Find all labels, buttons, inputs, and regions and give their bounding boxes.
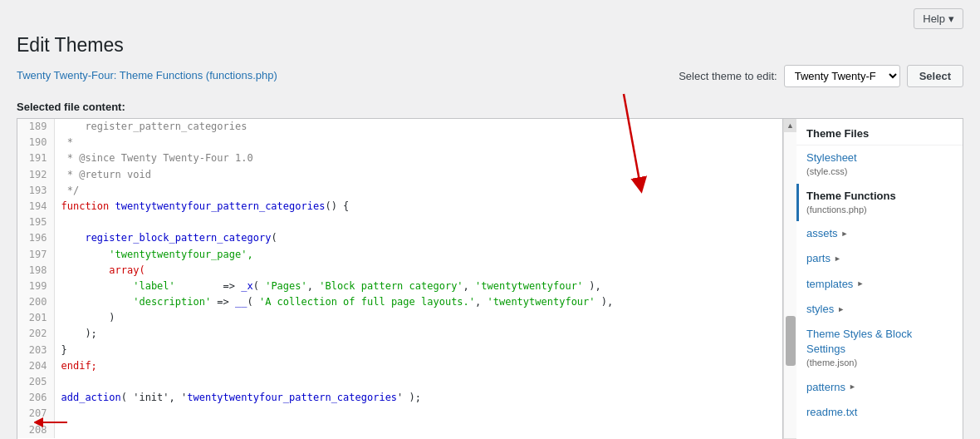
- table-row: 203}: [17, 343, 782, 358]
- folder-label: templates: [806, 277, 853, 292]
- line-code: add_action( 'init', 'twentytwentyfour_pa…: [54, 390, 782, 406]
- line-number: 196: [17, 230, 54, 246]
- theme-selector-bar: Select theme to edit: Twenty Twenty-F Se…: [679, 65, 963, 87]
- scrollbar[interactable]: ▲ ▼: [783, 119, 796, 439]
- help-chevron-icon: ▾: [948, 12, 954, 25]
- chevron-right-icon: ►: [834, 254, 841, 264]
- code-scroll-area[interactable]: 189 register_pattern_categories190 * 191…: [17, 119, 782, 439]
- scroll-up-arrow[interactable]: ▲: [784, 119, 796, 132]
- line-number: 205: [17, 374, 54, 390]
- line-number: 195: [17, 215, 54, 230]
- line-number: 189: [17, 119, 54, 135]
- line-number: 199: [17, 279, 54, 294]
- line-code: */: [54, 183, 782, 199]
- table-row: 194function twentytwentyfour_pattern_cat…: [17, 199, 782, 215]
- file-sub: (theme.json): [806, 357, 953, 369]
- folder-label: parts: [806, 251, 831, 266]
- table-row: 206add_action( 'init', 'twentytwentyfour…: [17, 390, 782, 406]
- table-row: 208: [17, 422, 782, 438]
- chevron-right-icon: ►: [849, 382, 856, 392]
- file-label: Theme Functions: [806, 189, 953, 204]
- scroll-thumb-area: [784, 132, 796, 438]
- table-row: 193 */: [17, 183, 782, 199]
- table-row: 202 );: [17, 326, 782, 342]
- line-code: ): [54, 310, 782, 326]
- chevron-right-icon: ►: [856, 279, 864, 289]
- content-label: Selected file content:: [17, 101, 963, 113]
- line-code: register_block_pattern_category(: [54, 230, 782, 246]
- theme-selector-label: Select theme to edit:: [679, 70, 777, 82]
- table-row: 195: [17, 215, 782, 230]
- breadcrumb-link[interactable]: Twenty Twenty-Four: Theme Functions (fun…: [17, 69, 277, 81]
- file-item-parts[interactable]: parts ►: [796, 246, 963, 271]
- chevron-right-icon: ►: [841, 229, 849, 239]
- file-label: readme.txt: [806, 405, 953, 420]
- line-number: 197: [17, 247, 54, 263]
- file-label: Stylesheet: [806, 150, 953, 165]
- table-row: 201 ): [17, 310, 782, 326]
- table-row: 189 register_pattern_categories: [17, 119, 782, 135]
- line-code: register_pattern_categories: [54, 119, 782, 135]
- line-code: array(: [54, 263, 782, 279]
- table-row: 207: [17, 406, 782, 422]
- line-code: * @since Twenty Twenty-Four 1.0: [54, 150, 782, 166]
- table-row: 198 array(: [17, 263, 782, 279]
- line-number: 190: [17, 135, 54, 150]
- file-item-styles[interactable]: styles ►: [796, 297, 963, 322]
- table-row: 197 'twentytwentyfour_page',: [17, 247, 782, 263]
- line-code: [54, 406, 782, 422]
- files-panel-title: Theme Files: [796, 119, 963, 146]
- breadcrumb: Twenty Twenty-Four: Theme Functions (fun…: [17, 69, 277, 81]
- page-wrap: Help ▾ Edit Themes Twenty Twenty-Four: T…: [0, 0, 980, 439]
- table-row: 204endif;: [17, 358, 782, 374]
- table-row: 192 * @return void: [17, 167, 782, 183]
- file-item-assets[interactable]: assets ►: [796, 221, 963, 246]
- line-number: 194: [17, 199, 54, 215]
- line-number: 201: [17, 310, 54, 326]
- file-item-stylesheet[interactable]: Stylesheet (style.css): [796, 146, 963, 184]
- table-row: 196 register_block_pattern_category(: [17, 230, 782, 246]
- table-row: 200 'description' => __( 'A collection o…: [17, 294, 782, 310]
- select-button[interactable]: Select: [907, 65, 963, 87]
- file-sub: (style.css): [806, 165, 953, 178]
- folder-label: patterns: [806, 380, 845, 395]
- file-item-templates[interactable]: templates ►: [796, 272, 963, 297]
- code-panel: 189 register_pattern_categories190 * 191…: [17, 119, 783, 439]
- line-number: 202: [17, 326, 54, 342]
- file-item-theme-styles[interactable]: Theme Styles & Block Settings (theme.jso…: [796, 322, 963, 375]
- line-code: [54, 374, 782, 390]
- file-sub: (functions.php): [806, 204, 953, 216]
- files-panel: Theme Files Stylesheet (style.css)Theme …: [796, 119, 963, 439]
- line-number: 192: [17, 167, 54, 183]
- line-code: endif;: [54, 358, 782, 374]
- table-row: 205: [17, 374, 782, 390]
- line-number: 204: [17, 358, 54, 374]
- page-title: Edit Themes: [17, 34, 963, 57]
- file-item-readme[interactable]: readme.txt: [796, 400, 963, 425]
- help-button[interactable]: Help ▾: [914, 8, 963, 29]
- line-code: }: [54, 343, 782, 358]
- line-number: 198: [17, 263, 54, 279]
- line-code: 'label' => _x( 'Pages', 'Block pattern c…: [54, 279, 782, 294]
- folder-label: styles: [806, 302, 834, 317]
- theme-select[interactable]: Twenty Twenty-F: [784, 65, 900, 87]
- line-code: 'description' => __( 'A collection of fu…: [54, 294, 782, 310]
- line-code: [54, 215, 782, 230]
- files-list: Stylesheet (style.css)Theme Functions (f…: [796, 146, 963, 425]
- line-code: * @return void: [54, 167, 782, 183]
- table-row: 191 * @since Twenty Twenty-Four 1.0: [17, 150, 782, 166]
- line-number: 200: [17, 294, 54, 310]
- line-number: 193: [17, 183, 54, 199]
- table-row: 190 *: [17, 135, 782, 150]
- line-code: *: [54, 135, 782, 150]
- chevron-right-icon: ►: [837, 304, 845, 315]
- main-layout: 189 register_pattern_categories190 * 191…: [17, 118, 963, 439]
- scroll-thumb[interactable]: [786, 316, 796, 366]
- line-code: );: [54, 326, 782, 342]
- help-label: Help: [923, 12, 945, 25]
- file-item-patterns[interactable]: patterns ►: [796, 375, 963, 400]
- file-label: Theme Styles & Block Settings: [806, 327, 953, 357]
- line-number: 191: [17, 150, 54, 166]
- folder-label: assets: [806, 226, 838, 241]
- file-item-theme-functions[interactable]: Theme Functions (functions.php): [796, 184, 963, 222]
